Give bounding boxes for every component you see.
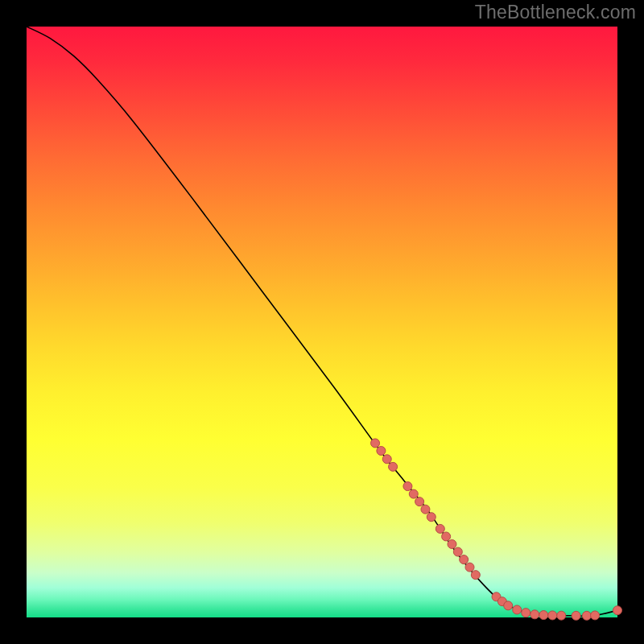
data-point (471, 571, 480, 580)
data-point (530, 610, 539, 619)
data-point (539, 611, 548, 620)
data-point (409, 489, 418, 498)
data-point (448, 539, 456, 548)
data-point (465, 563, 474, 572)
data-point (389, 462, 398, 471)
chart-svg (27, 27, 617, 617)
data-point (513, 605, 522, 614)
data-point (572, 611, 580, 620)
data-point (504, 601, 513, 610)
data-point (403, 482, 412, 491)
data-point (591, 611, 600, 620)
data-point (427, 513, 436, 522)
chart-container: TheBottleneck.com (0, 0, 644, 644)
data-point (436, 524, 444, 533)
data-point (415, 497, 424, 506)
data-point (382, 455, 391, 464)
data-point (371, 439, 380, 448)
curve-line (27, 27, 617, 616)
data-point (421, 505, 430, 514)
data-point (453, 547, 462, 556)
data-point (582, 611, 591, 620)
data-point (548, 611, 557, 620)
data-point (522, 609, 530, 617)
data-point (557, 611, 566, 620)
data-point (377, 447, 386, 456)
curve-markers (371, 439, 622, 620)
watermark-text: TheBottleneck.com (475, 2, 636, 23)
data-point (442, 532, 451, 541)
data-point (460, 555, 469, 564)
plot-area (27, 27, 617, 617)
data-point (613, 606, 622, 615)
